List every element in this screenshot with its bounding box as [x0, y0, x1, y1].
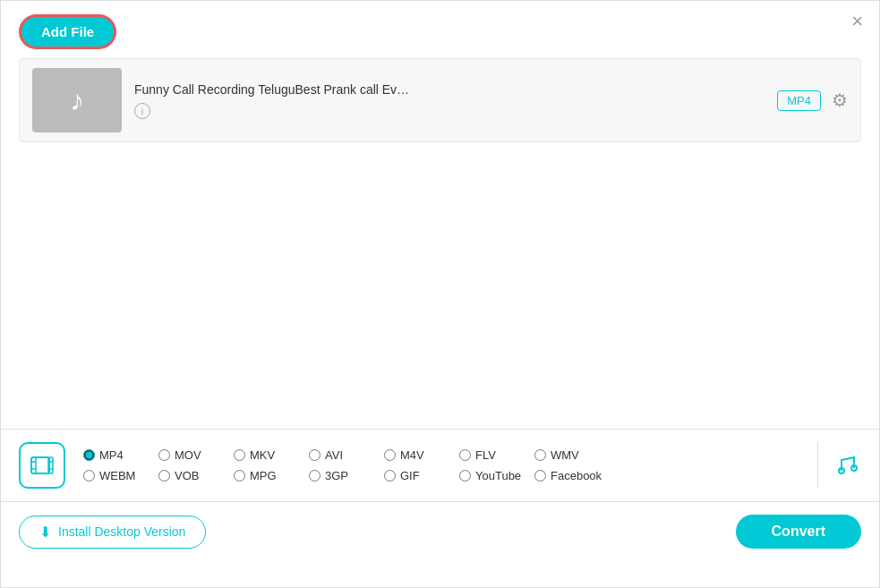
format-divider — [817, 442, 818, 489]
radio-mp4[interactable] — [83, 449, 95, 461]
file-list: ♪ Funny Call Recording TeluguBest Prank … — [19, 58, 861, 142]
radio-vob[interactable] — [158, 470, 170, 481]
download-icon: ⬇ — [39, 524, 51, 541]
radio-webm[interactable] — [83, 470, 95, 481]
format-option-flv[interactable]: FLV — [459, 448, 531, 462]
radio-facebook[interactable] — [534, 470, 546, 481]
format-options-container: MP4 MOV MKV AVI M4V FLV — [83, 448, 803, 482]
format-option-gif[interactable]: GIF — [384, 469, 456, 482]
film-icon — [30, 453, 55, 478]
format-row-2: WEBM VOB MPG 3GP GIF YouTube — [83, 469, 803, 482]
format-option-webm[interactable]: WEBM — [83, 469, 155, 482]
format-row-1: MP4 MOV MKV AVI M4V FLV — [83, 448, 803, 462]
format-section: MP4 MOV MKV AVI M4V FLV — [1, 429, 879, 502]
file-name: Funny Call Recording TeluguBest Prank ca… — [134, 82, 765, 97]
format-option-3gp[interactable]: 3GP — [309, 469, 380, 482]
format-option-vob[interactable]: VOB — [158, 469, 230, 482]
radio-m4v[interactable] — [384, 449, 396, 461]
settings-icon[interactable]: ⚙ — [832, 89, 848, 111]
svg-rect-0 — [31, 457, 49, 473]
format-option-facebook[interactable]: Facebook — [534, 469, 606, 482]
video-format-icon[interactable] — [19, 442, 65, 489]
format-badge: MP4 — [777, 90, 821, 111]
radio-mkv[interactable] — [234, 449, 245, 461]
format-option-mpg[interactable]: MPG — [234, 469, 305, 482]
radio-mov[interactable] — [158, 449, 170, 461]
radio-wmv[interactable] — [534, 449, 546, 461]
add-file-button[interactable]: Add File — [19, 14, 116, 49]
format-option-mov[interactable]: MOV — [158, 448, 230, 462]
radio-youtube[interactable] — [459, 470, 471, 481]
format-option-avi[interactable]: AVI — [309, 448, 380, 462]
radio-mpg[interactable] — [234, 470, 245, 481]
toolbar: Add File — [1, 1, 879, 58]
convert-button[interactable]: Convert — [736, 515, 861, 549]
file-item: ♪ Funny Call Recording TeluguBest Prank … — [20, 59, 860, 141]
install-desktop-button[interactable]: ⬇ Install Desktop Version — [19, 516, 206, 549]
format-option-wmv[interactable]: WMV — [534, 448, 606, 462]
format-option-mp4[interactable]: MP4 — [83, 448, 155, 462]
format-option-mkv[interactable]: MKV — [234, 448, 305, 462]
audio-format-icon[interactable] — [833, 451, 861, 480]
radio-3gp[interactable] — [309, 470, 320, 481]
empty-area — [1, 142, 879, 429]
radio-avi[interactable] — [309, 449, 320, 461]
file-info: Funny Call Recording TeluguBest Prank ca… — [134, 82, 765, 119]
svg-rect-7 — [49, 457, 53, 473]
format-option-youtube[interactable]: YouTube — [459, 469, 531, 482]
file-thumbnail: ♪ — [32, 68, 122, 132]
info-icon[interactable]: i — [134, 103, 150, 119]
music-note-icon: ♪ — [70, 84, 84, 117]
radio-gif[interactable] — [384, 470, 396, 481]
music-icon — [833, 451, 861, 480]
bottom-bar: ⬇ Install Desktop Version Convert — [1, 502, 879, 561]
format-option-m4v[interactable]: M4V — [384, 448, 456, 462]
radio-flv[interactable] — [459, 449, 471, 461]
close-button[interactable]: × — [851, 12, 863, 31]
file-actions: MP4 ⚙ — [777, 89, 848, 111]
